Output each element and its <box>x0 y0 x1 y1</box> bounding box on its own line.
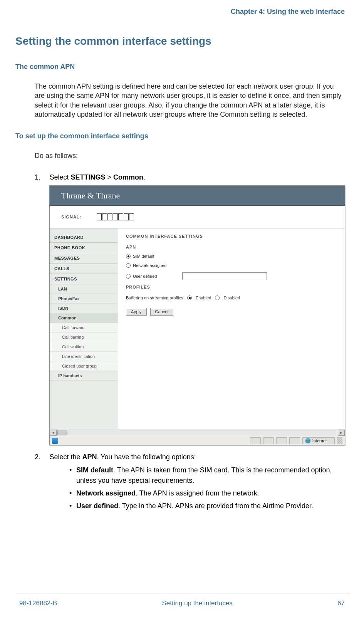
sidebar-sub2-lineid[interactable]: Line identification <box>50 352 118 361</box>
bullet-sim-default: SIM default. The APN is taken from the S… <box>69 465 345 486</box>
sidebar-sub-common[interactable]: Common <box>50 313 118 323</box>
ss-signal-indicator <box>97 213 134 220</box>
ss-scrollbar-horizontal[interactable]: ◄ ► <box>50 429 345 436</box>
bullet-network-assigned: Network assigned. The APN is assigned fr… <box>69 488 345 499</box>
section-heading-apn: The common APN <box>15 63 345 71</box>
step-2-number: 2. <box>35 453 48 461</box>
status-internet-label: Internet <box>312 438 327 443</box>
scroll-right-icon[interactable]: ► <box>338 430 345 436</box>
sidebar-item-messages[interactable]: MESSAGES <box>50 253 118 264</box>
scroll-thumb[interactable] <box>57 430 67 435</box>
status-seg <box>289 437 300 444</box>
ie-page-icon <box>52 438 58 444</box>
ss-profiles-label: PROFILES <box>126 285 337 289</box>
ss-status-bar: Internet <box>50 436 345 445</box>
resize-grip-icon[interactable] <box>337 437 342 444</box>
sidebar-sub2-closedgroup[interactable]: Closed user group <box>50 361 118 371</box>
sidebar-item-phonebook[interactable]: PHONE BOOK <box>50 243 118 253</box>
ss-topbar: Thrane & Thrane <box>50 186 345 206</box>
status-seg <box>250 437 261 444</box>
user-defined-apn-input[interactable] <box>182 272 267 280</box>
setup-intro: Do as follows: <box>35 151 345 160</box>
page-title: Setting the common interface settings <box>15 35 345 47</box>
sidebar-sub-iphandsets[interactable]: IP handsets <box>50 371 118 381</box>
radio-network-assigned[interactable] <box>126 263 131 268</box>
step-1-text: Select SETTINGS > Common. <box>49 173 145 181</box>
radio-enabled-label: Enabled <box>196 296 211 300</box>
bullet-1-rest: . The APN is assigned from the network. <box>136 489 259 497</box>
bullet-user-defined: User defined. Type in the APN. APNs are … <box>69 501 345 511</box>
sidebar-sub2-callforward[interactable]: Call forward <box>50 323 118 333</box>
ss-sidebar: DASHBOARD PHONE BOOK MESSAGES CALLS SETT… <box>50 228 118 429</box>
ss-content: COMMON INTERFACE SETTINGS APN SIM defaul… <box>118 228 345 429</box>
apn-description: The common APN setting is defined here a… <box>35 82 345 119</box>
radio-user-defined[interactable] <box>126 274 131 279</box>
footer-doc-id: 98-126882-B <box>19 600 57 607</box>
status-seg <box>276 437 287 444</box>
radio-buffering-enabled[interactable] <box>187 296 192 300</box>
status-seg <box>263 437 274 444</box>
sidebar-sub-lan[interactable]: LAN <box>50 284 118 294</box>
ss-signal-label: SIGNAL: <box>61 215 81 219</box>
step-1-bold-2: Common <box>113 173 143 181</box>
radio-disabled-label: Disabled <box>223 296 240 300</box>
step-1-number: 1. <box>35 173 48 181</box>
ss-signal-bar: SIGNAL: <box>50 206 345 228</box>
radio-network-assigned-label: Network assigned <box>133 263 166 268</box>
step-2-text: Select the APN. You have the following o… <box>49 453 196 461</box>
bullet-2-rest: . Type in the APN. APNs are provided fro… <box>118 502 313 510</box>
bullet-0-bold: SIM default <box>76 466 113 474</box>
sidebar-item-settings[interactable]: SETTINGS <box>50 274 118 284</box>
status-internet-zone[interactable]: Internet <box>302 437 335 444</box>
chapter-header: Chapter 4: Using the web interface <box>15 8 345 16</box>
bullet-0-rest: . The APN is taken from the SIM card. Th… <box>76 466 332 484</box>
footer-page-number: 67 <box>337 600 345 607</box>
sidebar-item-dashboard[interactable]: DASHBOARD <box>50 232 118 243</box>
sidebar-sub-phonefax[interactable]: Phone/Fax <box>50 294 118 304</box>
ss-apn-label: APN <box>126 245 337 249</box>
step-1-pre: Select <box>49 173 70 181</box>
footer-section-title: Setting up the interfaces <box>57 600 337 607</box>
step-1-post: . <box>143 173 145 181</box>
scroll-left-icon[interactable]: ◄ <box>50 430 57 436</box>
radio-buffering-disabled[interactable] <box>215 296 220 300</box>
step-2-pre: Select the <box>49 453 82 461</box>
globe-icon <box>305 438 310 443</box>
ss-content-title: COMMON INTERFACE SETTINGS <box>126 234 337 238</box>
radio-sim-default-label: SIM default <box>133 254 154 259</box>
radio-user-defined-label: User defined <box>133 274 157 279</box>
page-footer: 98-126882-B Setting up the interfaces 67 <box>15 593 349 618</box>
sidebar-item-calls[interactable]: CALLS <box>50 264 118 274</box>
cancel-button[interactable]: Cancel <box>150 308 173 316</box>
radio-sim-default[interactable] <box>126 254 131 259</box>
ss-brand: Thrane & Thrane <box>61 191 120 201</box>
sidebar-sub-isdn[interactable]: ISDN <box>50 304 118 313</box>
buffering-label: Buffering on streaming profiles <box>126 296 183 300</box>
embedded-screenshot: Thrane & Thrane SIGNAL: DASHBOARD PHONE … <box>49 185 345 445</box>
step-2-bold: APN <box>82 453 97 461</box>
step-2-post: . You have the following options: <box>97 453 196 461</box>
section-heading-setup: To set up the common interface settings <box>15 132 345 140</box>
apply-button[interactable]: Apply <box>126 308 147 316</box>
bullet-2-bold: User defined <box>76 502 118 510</box>
sidebar-sub2-callwaiting[interactable]: Call waiting <box>50 342 118 352</box>
step-1-mid: > <box>106 173 114 181</box>
step-1-bold-1: SETTINGS <box>70 173 105 181</box>
bullet-1-bold: Network assigned <box>76 489 136 497</box>
sidebar-sub2-callbarring[interactable]: Call barring <box>50 333 118 342</box>
